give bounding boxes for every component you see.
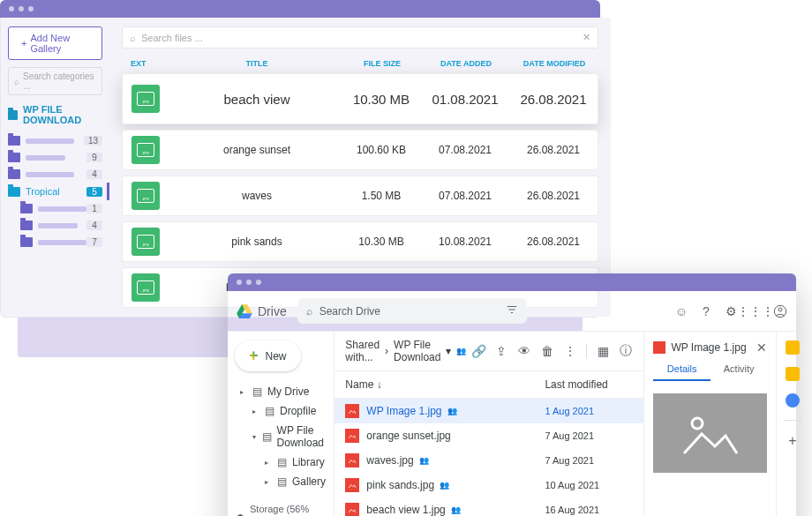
close-icon[interactable]: ✕ — [583, 32, 590, 43]
sidebar-title: WP FILE DOWNLOAD — [8, 104, 102, 125]
sidebar-item[interactable]: 1 — [8, 200, 102, 217]
people-icon: 👥 — [440, 481, 449, 490]
svg-point-1 — [778, 308, 782, 311]
tree-my-drive[interactable]: ▸▤My Drive — [235, 382, 327, 401]
avatar[interactable] — [773, 304, 787, 318]
list-item[interactable]: WP Image 1.jpg 👥1 Aug 2021 — [335, 399, 643, 423]
help-icon[interactable]: ? — [699, 304, 713, 318]
plus-icon: + — [21, 38, 26, 49]
detail-panel: WP Image 1.jpg ✕ Details Activity — [643, 332, 776, 516]
list-item[interactable]: beach view 1.jpg 👥16 Aug 2021 — [335, 497, 643, 516]
list-item[interactable]: orange sunset.jpg7 Aug 2021 — [335, 423, 643, 448]
close-icon[interactable]: ✕ — [756, 340, 767, 355]
tree-library[interactable]: ▸▤Library — [235, 452, 327, 472]
image-icon — [653, 341, 665, 354]
folder-icon — [8, 153, 20, 162]
info-icon[interactable]: ⓘ — [619, 344, 633, 358]
folder-icon — [8, 110, 18, 120]
more-icon[interactable]: ⋮ — [563, 344, 577, 358]
table-row[interactable]: waves1.50 MB07.08.202126.08.2021 — [122, 176, 598, 216]
people-icon: 👥 — [456, 347, 466, 355]
table-row[interactable]: pink sands10.30 MB10.08.202126.08.2021 — [122, 221, 598, 262]
sidebar-item[interactable]: 13 — [8, 132, 102, 149]
drive-window: Drive ⌕ Search Drive ☺ ? ⚙ ⋮⋮⋮ + — [228, 291, 796, 516]
sidebar: + Add New Gallery ⌕ Search categories ..… — [1, 18, 109, 317]
svg-point-2 — [692, 418, 703, 429]
eye-icon[interactable]: 👁 — [517, 344, 531, 358]
storage-meter: ☁ Storage (56% full) 7.75 GB of 15 GB us… — [235, 504, 327, 516]
new-button[interactable]: + New — [235, 340, 301, 371]
image-icon — [345, 478, 359, 492]
column-headers: Name ↓ Last modified — [335, 371, 643, 399]
trash-icon[interactable]: 🗑 — [540, 344, 554, 358]
cloud-icon: ☁ — [235, 509, 244, 517]
jpg-icon — [132, 273, 160, 302]
detail-filename: WP Image 1.jpg — [671, 341, 746, 354]
apps-icon[interactable]: ⋮⋮⋮ — [748, 304, 763, 318]
tree-wpfd[interactable]: ▾▤WP File Download — [235, 421, 327, 452]
tab-details[interactable]: Details — [653, 363, 710, 381]
search-icon: ⌕ — [306, 305, 312, 318]
addon-strip: + — [776, 332, 808, 516]
jpg-icon — [132, 228, 160, 256]
sidebar-item[interactable]: Tropical5 — [8, 183, 109, 200]
jpg-icon — [132, 85, 160, 113]
people-icon: 👥 — [419, 456, 429, 465]
sidebar-item[interactable]: 4 — [8, 166, 102, 183]
folder-icon — [8, 187, 20, 197]
search-files-input[interactable]: ⌕ Search files ... ✕ — [122, 26, 598, 49]
window-titlebar — [228, 273, 796, 291]
gear-icon[interactable]: ⚙ — [724, 304, 738, 318]
search-categories-input[interactable]: ⌕ Search categories ... — [8, 67, 102, 95]
add-icon[interactable]: + — [788, 433, 796, 449]
jpg-icon — [132, 182, 160, 210]
image-icon — [345, 404, 359, 418]
table-headers: EXT TITLE FILE SIZE DATE ADDED DATE MODI… — [122, 59, 598, 68]
list-item[interactable]: pink sands.jpg 👥10 Aug 2021 — [335, 473, 643, 497]
grid-view-icon[interactable]: ▦ — [596, 344, 610, 358]
plus-icon: + — [249, 347, 259, 365]
drive-logo: Drive — [237, 304, 287, 318]
people-icon: 👥 — [447, 407, 457, 415]
contacts-icon[interactable] — [786, 393, 800, 408]
image-icon — [345, 503, 359, 516]
preview-thumbnail — [653, 393, 767, 473]
sidebar-item[interactable]: 9 — [8, 149, 102, 166]
filter-icon[interactable] — [506, 303, 518, 318]
image-icon — [345, 429, 359, 443]
file-table: ⌕ Search files ... ✕ EXT TITLE FILE SIZE… — [109, 18, 611, 317]
tasks-icon[interactable] — [786, 367, 800, 381]
keep-icon[interactable] — [786, 340, 800, 355]
folder-icon — [20, 221, 33, 230]
people-icon: 👥 — [451, 505, 461, 514]
folder-icon — [20, 204, 33, 213]
table-row[interactable]: orange sunset100.60 KB07.08.202126.08.20… — [122, 130, 598, 170]
search-drive-input[interactable]: ⌕ Search Drive — [297, 298, 527, 324]
tab-activity[interactable]: Activity — [710, 363, 768, 381]
image-icon — [345, 453, 359, 467]
tree-gallery[interactable]: ▸▤Gallery — [235, 472, 327, 491]
tree-dropfile[interactable]: ▸▤Dropfile — [235, 401, 327, 421]
list-item[interactable]: waves.jpg 👥7 Aug 2021 — [335, 448, 643, 473]
folder-icon — [8, 169, 20, 179]
support-icon[interactable]: ☺ — [674, 304, 688, 318]
sidebar-item[interactable]: 4 — [8, 217, 102, 234]
folder-icon — [20, 237, 33, 247]
breadcrumb: Shared with... › WP File Download ▾ 👥 🔗 … — [335, 332, 643, 371]
sort-icon[interactable]: ↓ — [377, 378, 382, 391]
search-icon: ⌕ — [130, 33, 136, 43]
share-icon[interactable]: ⇪ — [494, 344, 508, 358]
jpg-icon — [132, 136, 160, 164]
link-icon[interactable]: 🔗 — [471, 344, 485, 358]
folder-icon — [8, 136, 20, 146]
search-icon: ⌕ — [14, 77, 19, 86]
add-gallery-button[interactable]: + Add New Gallery — [8, 26, 102, 60]
table-row[interactable]: beach view10.30 MB01.08.202126.08.2021 — [122, 73, 598, 124]
sidebar-item[interactable]: 7 — [8, 234, 102, 251]
window-titlebar — [0, 0, 600, 18]
drive-sidebar: + New ▸▤My Drive ▸▤Dropfile ▾▤WP File Do… — [228, 332, 335, 516]
